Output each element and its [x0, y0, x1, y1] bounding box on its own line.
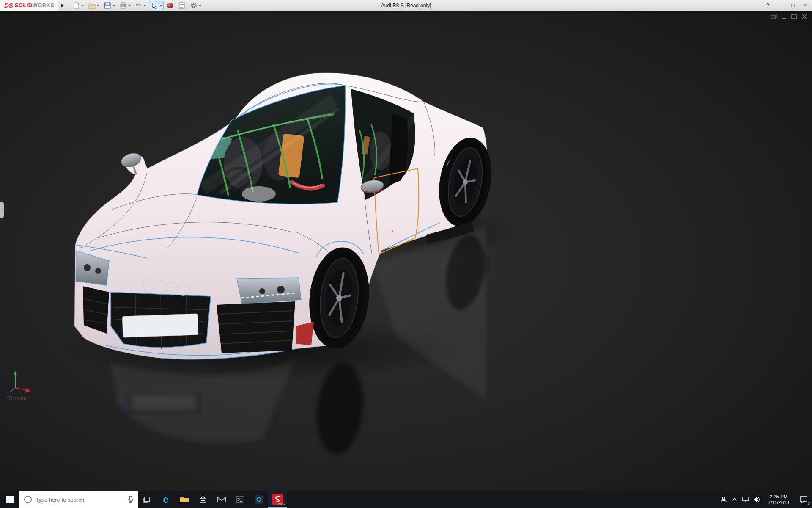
3d-model-audi-r8[interactable]: [0, 11, 812, 491]
task-view-button[interactable]: [138, 491, 156, 508]
license-plate: [122, 314, 198, 337]
close-button[interactable]: ×: [799, 0, 812, 11]
save-icon: [104, 2, 111, 9]
print-icon: [119, 2, 127, 9]
volume-button[interactable]: [751, 491, 762, 508]
taskbar-search[interactable]: [19, 491, 138, 508]
media-app-button[interactable]: [250, 491, 268, 508]
dropdown-caret-icon[interactable]: [199, 5, 201, 8]
coordinate-triad: [6, 367, 33, 395]
child-close-button[interactable]: [801, 14, 808, 19]
cortana-circle-icon: [24, 495, 32, 504]
select-cursor-icon: [151, 2, 158, 9]
network-button[interactable]: [740, 491, 751, 508]
file-properties-icon: [178, 2, 186, 9]
brand-text: SOLIDWORKS: [15, 2, 55, 8]
search-input[interactable]: [36, 497, 124, 503]
system-tray: 2:25 PM 7/11/2018 2: [718, 491, 812, 508]
options-button[interactable]: [188, 1, 203, 10]
store-bag-icon: [199, 495, 207, 504]
select-button[interactable]: [149, 1, 164, 10]
store-button[interactable]: [194, 491, 212, 508]
clock-time: 2:25 PM: [770, 494, 788, 500]
dropdown-caret-icon[interactable]: [81, 5, 84, 8]
undo-button[interactable]: [133, 1, 148, 10]
right-headlight[interactable]: [237, 278, 301, 304]
minimize-button[interactable]: –: [774, 0, 787, 11]
gear-icon: [190, 2, 198, 9]
solidworks-version-badge: 2017: [278, 502, 285, 506]
clock-date: 7/11/2018: [768, 500, 789, 505]
door-vertex-marker: [392, 230, 393, 232]
command-prompt-button[interactable]: [231, 491, 250, 508]
appearance-sphere-icon: [166, 2, 174, 9]
edge-icon: e: [163, 494, 168, 505]
graphics-viewport[interactable]: *Dimetric: [0, 11, 812, 491]
taskbar: e 2017 2:25 PM 7/11/2018: [0, 491, 812, 508]
solidworks-logo[interactable]: DS SOLIDWORKS: [0, 0, 58, 11]
dropdown-caret-icon[interactable]: [128, 5, 131, 8]
new-document-button[interactable]: [71, 1, 85, 10]
hidden-icons-button[interactable]: [729, 491, 740, 508]
right-intake: [217, 301, 295, 353]
open-folder-icon: [88, 2, 96, 9]
network-icon: [742, 496, 749, 503]
menu-flyout-arrow-icon[interactable]: [61, 3, 66, 8]
file-explorer-button[interactable]: [175, 491, 194, 508]
notification-badge: 2: [808, 502, 810, 506]
dropdown-caret-icon[interactable]: [112, 5, 115, 8]
ds-logo-icon: DS: [4, 2, 13, 9]
volume-icon: [753, 496, 760, 503]
child-minimize-button[interactable]: [781, 14, 787, 19]
windows-logo-icon: [6, 496, 14, 503]
solidworks-taskbar-button[interactable]: 2017: [268, 491, 287, 508]
mail-button[interactable]: [212, 491, 231, 508]
edge-browser-button[interactable]: e: [156, 491, 175, 508]
microphone-icon[interactable]: [128, 496, 134, 503]
action-center-button[interactable]: 2: [795, 491, 812, 508]
save-button[interactable]: [102, 1, 117, 10]
title-bar: DS SOLIDWORKS: [0, 0, 812, 11]
action-center-icon: [799, 496, 808, 503]
appearances-button[interactable]: [165, 1, 176, 10]
child-restore-icon[interactable]: [771, 14, 777, 19]
chevron-up-icon: [732, 497, 738, 502]
feature-panel-collapse-tab[interactable]: [0, 202, 4, 218]
folder-icon: [180, 496, 189, 503]
help-button[interactable]: ?: [761, 0, 774, 11]
media-app-icon: [255, 495, 263, 504]
new-document-icon: [72, 2, 80, 9]
undo-icon: [135, 2, 143, 9]
task-view-icon: [143, 495, 151, 504]
open-button[interactable]: [86, 1, 101, 10]
child-maximize-button[interactable]: [791, 14, 798, 19]
dropdown-caret-icon[interactable]: [97, 5, 99, 8]
start-button[interactable]: [0, 491, 19, 508]
quick-access-toolbar: [70, 0, 203, 11]
file-properties-button[interactable]: [176, 1, 187, 10]
view-orientation-label: *Dimetric: [7, 395, 27, 401]
people-icon: [720, 496, 727, 503]
window-controls: ? – □ ×: [761, 0, 812, 11]
taskbar-clock[interactable]: 2:25 PM 7/11/2018: [762, 491, 795, 508]
maximize-button[interactable]: □: [787, 0, 799, 11]
people-button[interactable]: [718, 491, 729, 508]
child-window-controls: [771, 14, 808, 19]
print-button[interactable]: [118, 1, 132, 10]
dropdown-caret-icon[interactable]: [144, 5, 146, 8]
mail-icon: [217, 496, 226, 503]
command-prompt-icon: [236, 496, 244, 503]
dropdown-caret-icon[interactable]: [159, 5, 162, 8]
